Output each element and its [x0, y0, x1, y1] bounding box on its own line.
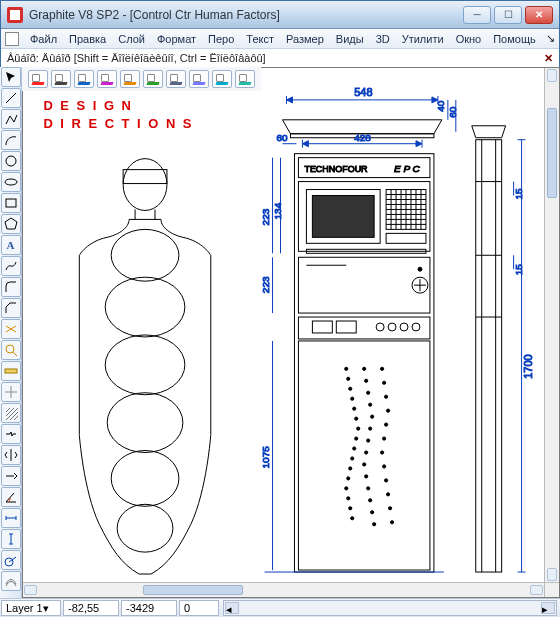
menu-layer[interactable]: Слой [113, 31, 150, 47]
hatch-tool[interactable] [1, 403, 21, 423]
dim-radial-tool[interactable] [1, 550, 21, 570]
menu-views[interactable]: Виды [331, 31, 369, 47]
svg-point-64 [365, 451, 368, 454]
drawing-canvas[interactable]: D E S I G N D I R E C T I O N S [25, 70, 542, 580]
spline-tool[interactable] [1, 256, 21, 276]
svg-point-68 [369, 499, 372, 502]
svg-point-49 [353, 447, 356, 450]
menu-text[interactable]: Текст [241, 31, 279, 47]
svg-point-43 [349, 387, 352, 390]
rect-tool[interactable] [1, 193, 21, 213]
svg-point-67 [367, 487, 370, 490]
angle-tool[interactable] [1, 487, 21, 507]
mdi-restore-icon[interactable]: ↘ [546, 32, 555, 45]
offset-tool[interactable] [1, 571, 21, 591]
break-tool[interactable] [1, 424, 21, 444]
horizontal-scrollbar[interactable] [23, 582, 544, 597]
scroll-right-icon[interactable] [530, 585, 543, 595]
minimize-button[interactable]: ─ [463, 6, 491, 24]
scroll-up-icon[interactable] [547, 69, 557, 82]
coord-z: 0 [179, 600, 219, 616]
svg-point-46 [355, 417, 358, 420]
svg-point-45 [353, 407, 356, 410]
resize-grip-icon[interactable] [544, 582, 559, 597]
svg-rect-26 [312, 196, 374, 238]
window-title: Graphite V8 SP2 - [Control Ctr Human Fac… [29, 8, 463, 22]
trim-tool[interactable] [1, 319, 21, 339]
pen-swatch-orange[interactable] [120, 70, 140, 88]
svg-point-37 [388, 323, 396, 331]
svg-point-75 [385, 423, 388, 426]
hint-close-icon[interactable]: ✕ [544, 52, 553, 65]
svg-point-62 [369, 427, 372, 430]
extend-tool[interactable] [1, 466, 21, 486]
text-tool[interactable]: A [1, 235, 21, 255]
svg-point-60 [369, 403, 372, 406]
pen-swatch-red[interactable] [28, 70, 48, 88]
document-icon[interactable] [5, 32, 19, 46]
hint-text: Âûáîð: Äûáîð [Shift = Äîîëíêîäèêûíî, Ctr… [7, 52, 266, 64]
polygon-tool[interactable] [1, 214, 21, 234]
svg-point-71 [381, 367, 384, 370]
scroll-left-icon[interactable] [24, 585, 37, 595]
svg-rect-33 [298, 317, 429, 339]
select-tool[interactable] [1, 67, 21, 87]
construct-tool[interactable] [1, 382, 21, 402]
svg-point-51 [349, 467, 352, 470]
pen-swatch-cyan[interactable] [212, 70, 232, 88]
scroll-thumb-v[interactable] [547, 108, 557, 198]
svg-point-6 [123, 159, 167, 211]
pen-swatch-magenta[interactable] [97, 70, 117, 88]
tool-palette: A [0, 67, 22, 598]
pen-swatch-green[interactable] [143, 70, 163, 88]
vertical-scrollbar[interactable] [544, 68, 559, 582]
svg-point-80 [386, 493, 389, 496]
svg-point-74 [386, 409, 389, 412]
menu-help[interactable]: Помощь [488, 31, 541, 47]
close-button[interactable]: ✕ [525, 6, 553, 24]
svg-point-13 [117, 504, 173, 552]
circle-tool[interactable] [1, 151, 21, 171]
mirror-tool[interactable] [1, 445, 21, 465]
fillet-tool[interactable] [1, 277, 21, 297]
svg-text:223: 223 [260, 208, 271, 225]
maximize-button[interactable]: ☐ [494, 6, 522, 24]
dim-vert-tool[interactable] [1, 529, 21, 549]
menu-window[interactable]: Окно [451, 31, 487, 47]
menu-3d[interactable]: 3D [371, 31, 395, 47]
status-scrollbar[interactable]: ◂ ▸ [223, 600, 557, 616]
measure-tool[interactable] [1, 361, 21, 381]
svg-rect-2 [6, 199, 16, 207]
svg-point-79 [385, 479, 388, 482]
drawing-svg: D E S I G N D I R E C T I O N S [25, 70, 542, 580]
svg-point-55 [349, 507, 352, 510]
menu-pen[interactable]: Перо [203, 31, 239, 47]
scroll-thumb-h[interactable] [143, 585, 243, 595]
scroll-down-icon[interactable] [547, 568, 557, 581]
pen-swatch-blue[interactable] [74, 70, 94, 88]
zoom-tool[interactable] [1, 340, 21, 360]
line-tool[interactable] [1, 88, 21, 108]
menu-utilities[interactable]: Утилити [397, 31, 449, 47]
multiline-tool[interactable] [1, 109, 21, 129]
menu-size[interactable]: Размер [281, 31, 329, 47]
pen-swatch-violet[interactable] [189, 70, 209, 88]
svg-rect-35 [336, 321, 356, 333]
svg-point-53 [345, 487, 348, 490]
chamfer-tool[interactable] [1, 298, 21, 318]
menu-format[interactable]: Формат [152, 31, 201, 47]
ellipse-tool[interactable] [1, 172, 21, 192]
menu-file[interactable]: Файл [25, 31, 62, 47]
layer-selector[interactable]: Layer 1▾ [1, 600, 61, 616]
svg-text:548: 548 [354, 86, 372, 98]
arc-tool[interactable] [1, 130, 21, 150]
svg-point-44 [351, 397, 354, 400]
pen-swatch-black[interactable] [51, 70, 71, 88]
dim-horiz-tool[interactable] [1, 508, 21, 528]
svg-text:134: 134 [272, 202, 283, 219]
menu-edit[interactable]: Правка [64, 31, 111, 47]
pen-swatch-teal[interactable] [235, 70, 255, 88]
app-icon [7, 7, 23, 23]
pen-swatch-slate[interactable] [166, 70, 186, 88]
svg-text:223: 223 [260, 276, 271, 293]
